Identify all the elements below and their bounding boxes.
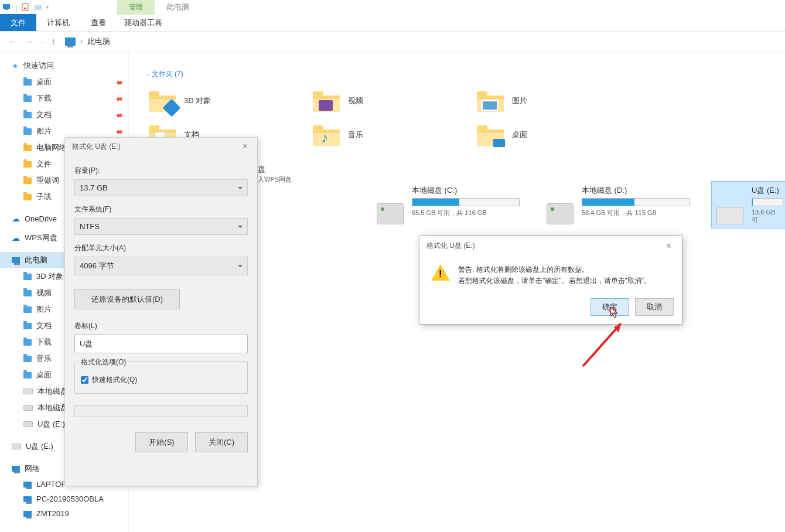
drive-sub: 13.6 GB 可 [752, 209, 783, 224]
sidebar-net-pc2019[interactable]: PC-20190530OBLA [0, 492, 128, 506]
folder-icon [23, 79, 32, 86]
confirm-line2: 若想格式化该磁盘，请单击"确定"。若想退出，请单击"取消"。 [458, 275, 651, 287]
qat-separator: | [15, 3, 17, 12]
restore-defaults-button[interactable]: 还原设备的默认值(D) [74, 289, 180, 309]
svg-rect-1 [5, 9, 8, 10]
sidebar-label: 3D 对象 [36, 271, 63, 282]
quick-format-checkbox[interactable]: 快速格式化(Q) [81, 375, 241, 385]
window-title: 此电脑 [166, 2, 189, 12]
folder-icon [477, 124, 504, 146]
quick-format-label: 快速格式化(Q) [92, 375, 137, 385]
close-button[interactable]: 关闭(C) [195, 432, 248, 452]
network-icon [12, 466, 20, 472]
folder-tile-music[interactable]: ♪音乐 [308, 120, 455, 149]
close-icon[interactable]: × [663, 241, 675, 251]
confirm-dialog: 格式化 U盘 (E:) × 警告: 格式化将删除该磁盘上的所有数据。 若想格式化… [419, 236, 682, 325]
pin-icon: 📌 [114, 94, 124, 103]
usb-icon [716, 207, 743, 224]
sidebar-item-desktop[interactable]: 桌面📌 [0, 74, 128, 90]
folder-tile-videos[interactable]: 视频 [308, 86, 455, 115]
capacity-label: 容量(P): [74, 166, 248, 176]
sidebar-quick-access[interactable]: ★ 快速访问 [0, 57, 128, 74]
wps-label: 盘 [258, 165, 265, 173]
cancel-button[interactable]: 取消 [635, 298, 674, 316]
dialog-title: 格式化 U盘 (E:) [72, 142, 121, 152]
confirm-line1: 警告: 格式化将删除该磁盘上的所有数据。 [458, 264, 651, 275]
drive-icon [23, 405, 33, 411]
breadcrumb-sep: › [80, 37, 83, 46]
folder-icon [23, 323, 32, 329]
properties-icon[interactable] [21, 2, 30, 12]
folder-icon [23, 339, 32, 346]
allocation-value: 4096 字节 [80, 261, 114, 270]
tab-file[interactable]: 文件 [0, 14, 36, 31]
folder-icon [149, 90, 176, 112]
nav-forward-icon: → [22, 34, 36, 49]
sidebar-label: 音乐 [36, 353, 52, 364]
sidebar-net-zmt[interactable]: ZMT2019 [0, 506, 128, 521]
drive-tile-d[interactable]: 本地磁盘 (D:) 58.4 GB 可用，共 115 GB [542, 182, 694, 228]
usb-icon [23, 421, 33, 427]
drive-icon [23, 388, 33, 394]
format-dialog: 格式化 U盘 (E:) × 容量(P): 13.7 GB 文件系统(F) NTF… [64, 137, 258, 486]
nav-up-icon[interactable]: ↑ [49, 34, 58, 49]
qat-dropdown-icon[interactable]: ▾ [46, 5, 49, 10]
sidebar-item-downloads[interactable]: 下载📌 [0, 90, 128, 107]
sidebar-label: 快速访问 [23, 60, 54, 71]
folder-icon: ♪ [313, 124, 340, 146]
computer-icon [23, 482, 32, 487]
new-folder-icon[interactable] [33, 2, 43, 12]
sidebar-label: 图片 [36, 126, 52, 137]
folder-tile-pictures[interactable]: 图片 [472, 86, 619, 115]
section-folders[interactable]: 文件夹 (7) [146, 69, 776, 79]
tab-view[interactable]: 查看 [80, 14, 117, 31]
tab-computer[interactable]: 计算机 [36, 14, 80, 31]
sidebar-label: 文档 [36, 320, 52, 331]
nav-back-icon[interactable]: ← [6, 34, 20, 49]
folder-icon [23, 290, 32, 296]
filesystem-value: NTFS [80, 222, 100, 231]
confirm-title: 格式化 U盘 (E:) [426, 241, 475, 251]
drive-name: 本地磁盘 (D:) [582, 185, 690, 196]
sidebar-item-documents[interactable]: 文档📌 [0, 107, 128, 123]
pc-icon [12, 257, 20, 263]
folder-tile-3d[interactable]: 3D 对象 [144, 86, 291, 115]
drive-name: 本地磁盘 (C:) [412, 185, 520, 196]
folder-icon [23, 274, 32, 280]
ok-button[interactable]: 确定 [591, 298, 629, 316]
cloud-icon: ☁ [12, 214, 20, 223]
drive-sub: 58.4 GB 可用，共 115 GB [582, 209, 690, 217]
tab-drive-tools[interactable]: 驱动器工具 [117, 14, 169, 32]
drive-name: U盘 (E:) [752, 185, 783, 196]
pin-icon: 📌 [114, 77, 124, 87]
sidebar-label: U盘 (E:) [26, 441, 53, 452]
sidebar-label: 文档 [36, 110, 52, 120]
filesystem-select[interactable]: NTFS [74, 218, 248, 235]
wps-tile[interactable]: 盘 入WPS网盘 [258, 164, 292, 184]
sidebar-label: OneDrive [25, 214, 57, 223]
folder-tile-desktop[interactable]: 桌面 [472, 120, 619, 149]
breadcrumb-label[interactable]: 此电脑 [87, 36, 110, 47]
allocation-select[interactable]: 4096 字节 [74, 257, 248, 275]
close-icon[interactable]: × [239, 141, 251, 152]
sidebar-label: 下载 [36, 93, 52, 104]
capacity-select[interactable]: 13.7 GB [74, 179, 248, 196]
computer-icon [23, 496, 32, 502]
start-button[interactable]: 开始(S) [135, 432, 188, 452]
nav-history-icon[interactable]: ⌵ [39, 36, 46, 46]
sidebar-label: 下载 [36, 337, 52, 347]
svg-rect-3 [35, 5, 42, 10]
breadcrumb[interactable]: › 此电脑 [65, 36, 110, 47]
drive-tile-c[interactable]: 本地磁盘 (C:) 65.5 GB 可用，共 116 GB [372, 182, 524, 228]
star-icon: ★ [12, 62, 19, 70]
sidebar-label: 视频 [36, 288, 52, 298]
volume-label-input[interactable]: U盘 [74, 335, 248, 353]
folder-label: 视频 [348, 96, 363, 106]
pc-icon [65, 37, 76, 46]
sidebar-label: WPS网盘 [25, 233, 57, 243]
drive-tile-e[interactable]: U盘 (E:) 13.6 GB 可 [712, 182, 785, 228]
quick-format-input[interactable] [81, 376, 88, 384]
pin-icon: 📌 [114, 110, 124, 120]
context-tab-manage[interactable]: 管理 [117, 0, 155, 15]
filesystem-label: 文件系统(F) [74, 204, 248, 214]
